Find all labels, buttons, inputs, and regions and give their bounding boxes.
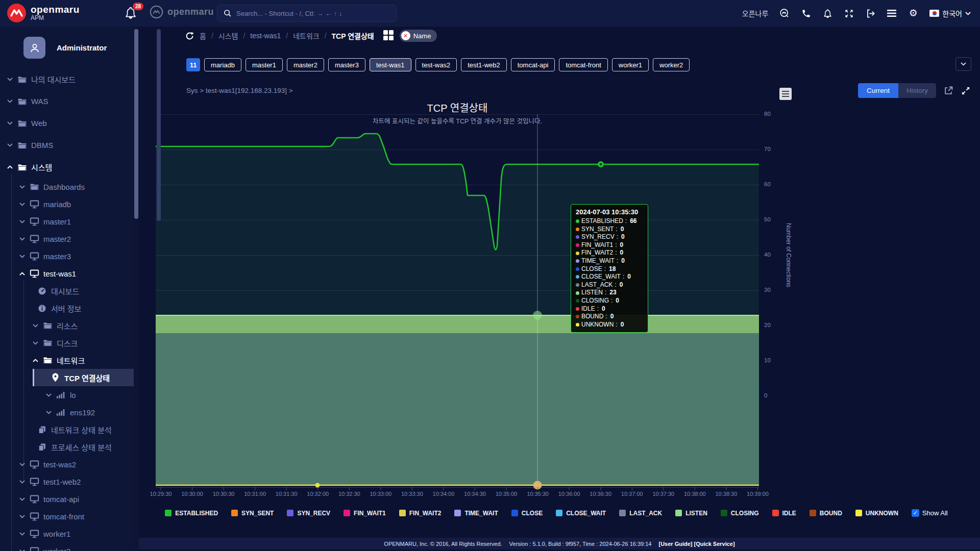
sidebar-item-DBMS[interactable]: DBMS xyxy=(0,134,134,156)
sidebar-item-label: worker1 xyxy=(43,530,70,538)
sidebar-item-Web[interactable]: Web xyxy=(0,112,134,134)
sidebar-item-lo[interactable]: lo xyxy=(0,386,134,404)
breadcrumb-link[interactable]: test-was1 xyxy=(250,32,281,40)
menu-icon[interactable] xyxy=(887,8,897,18)
settings-gear-icon[interactable]: ⚙ xyxy=(908,8,918,18)
chevron-down-icon xyxy=(7,99,13,103)
search-input[interactable] xyxy=(236,10,384,17)
sidebar-item-mariadb[interactable]: mariadb xyxy=(0,195,134,213)
refresh-icon[interactable] xyxy=(185,31,194,41)
x-axis-tick-label: 10:32:30 xyxy=(331,491,367,497)
sidebar-item-master3[interactable]: master3 xyxy=(0,247,134,265)
filter-name-pill[interactable]: ✕ Name xyxy=(400,30,437,42)
breadcrumb: 홈/시스템/test-was1/네트워크/TCP 연결상태 ✕ Name xyxy=(185,30,437,42)
server-tag-tomcat-api[interactable]: tomcat-api xyxy=(511,58,555,71)
phone-icon[interactable] xyxy=(801,8,811,18)
sidebar-item-나의-대시보드[interactable]: 나의 대시보드 xyxy=(0,68,134,90)
server-tag-worker2[interactable]: worker2 xyxy=(653,58,690,71)
sidebar-item-서버-정보[interactable]: 서버 정보 xyxy=(0,299,134,317)
chart-tooltip: 2024-07-03 10:35:30 ESTABLISHED:66 SYN_S… xyxy=(571,204,648,333)
server-tag-worker1[interactable]: worker1 xyxy=(612,58,649,71)
sidebar-item-worker1[interactable]: worker1 xyxy=(0,525,134,542)
legend-swatch-icon xyxy=(619,510,626,516)
sidebar-item-대시보드[interactable]: 대시보드 xyxy=(0,282,134,299)
folder-icon xyxy=(17,141,27,149)
legend-item-CLOSE[interactable]: CLOSE xyxy=(511,510,543,517)
server-tag-master2[interactable]: master2 xyxy=(287,58,324,71)
user-display-name[interactable]: 오픈나루 xyxy=(742,8,769,18)
sidebar-item-프로세스-상태-분석[interactable]: 프로세스 상태 분석 xyxy=(0,438,134,456)
notification-bell[interactable]: 28 xyxy=(124,6,139,21)
sidebar-item-ens192[interactable]: ens192 xyxy=(0,404,134,421)
language-selector[interactable]: 한국어 xyxy=(929,8,971,18)
legend-item-TIME_WAIT[interactable]: TIME_WAIT xyxy=(454,510,498,517)
sidebar-item-tomcat-front[interactable]: tomcat-front xyxy=(0,508,134,525)
global-search[interactable] xyxy=(217,5,397,22)
breadcrumb-link[interactable]: 시스템 xyxy=(218,31,238,41)
sidebar-item-tomcat-api[interactable]: tomcat-api xyxy=(0,490,134,508)
tcp-chart-plot[interactable] xyxy=(156,114,759,492)
breadcrumb-link[interactable]: 홈 xyxy=(200,31,206,41)
checkbox-checked-icon[interactable]: ✓ xyxy=(912,509,919,517)
sidebar-item-Dashboards[interactable]: Dashboards xyxy=(0,178,134,195)
legend-item-LAST_ACK[interactable]: LAST_ACK xyxy=(619,510,662,517)
chevron-up-icon xyxy=(7,165,13,169)
sidebar-item-master1[interactable]: master1 xyxy=(0,213,134,230)
sidebar: Administrator 나의 대시보드WASWebDBMS시스템Dashbo… xyxy=(0,27,134,551)
server-tag-tomcat-front[interactable]: tomcat-front xyxy=(559,58,607,71)
alerts-bell-icon[interactable] xyxy=(822,8,832,18)
server-tag-test1-web2[interactable]: test1-web2 xyxy=(461,58,507,71)
breadcrumb-link[interactable]: 네트워크 xyxy=(293,31,320,41)
server-tag-master3[interactable]: master3 xyxy=(328,58,365,71)
sidebar-item-test-was2[interactable]: test-was2 xyxy=(0,456,134,473)
sidebar-item-시스템[interactable]: 시스템 xyxy=(0,156,134,178)
sidebar-item-master2[interactable]: master2 xyxy=(0,230,134,247)
footer-links[interactable]: [User Guide] [Quick Service] xyxy=(658,541,734,547)
app-logo[interactable]: openmaru APM xyxy=(7,4,80,22)
show-all-toggle[interactable]: ✓ Show All xyxy=(912,509,948,517)
sidebar-item-WAS[interactable]: WAS xyxy=(0,90,134,112)
server-tag-master1[interactable]: master1 xyxy=(246,58,283,71)
content-scrollbar-thumb[interactable] xyxy=(157,29,161,221)
grid-view-icon[interactable] xyxy=(383,30,395,41)
legend-item-BOUND[interactable]: BOUND xyxy=(810,510,842,517)
sidebar-item-worker2[interactable]: worker2 xyxy=(0,542,134,551)
sidebar-item-디스크[interactable]: 디스크 xyxy=(0,334,134,352)
chart-title: TCP 연결상태 xyxy=(156,100,759,115)
sidebar-item-test1-web2[interactable]: test1-web2 xyxy=(0,473,134,490)
legend-item-IDLE[interactable]: IDLE xyxy=(772,510,796,517)
fullscreen-icon[interactable] xyxy=(844,8,854,18)
legend-item-CLOSING[interactable]: CLOSING xyxy=(721,510,759,517)
listen-band xyxy=(156,315,759,333)
legend-item-SYN_SENT[interactable]: SYN_SENT xyxy=(231,510,274,517)
legend-item-UNKNOWN[interactable]: UNKNOWN xyxy=(855,510,898,517)
server-tag-test-was1[interactable]: test-was1 xyxy=(370,58,411,71)
server-tag-test-was2[interactable]: test-was2 xyxy=(415,58,457,71)
legend-item-CLOSE_WAIT[interactable]: CLOSE_WAIT xyxy=(556,510,606,517)
monitor-icon xyxy=(29,235,39,243)
current-button[interactable]: Current xyxy=(858,83,898,98)
remove-filter-icon[interactable]: ✕ xyxy=(401,31,410,40)
apm-monitor-icon[interactable] xyxy=(779,8,790,18)
history-button[interactable]: History xyxy=(898,83,936,98)
sidebar-user[interactable]: Administrator xyxy=(23,37,107,59)
open-external-icon[interactable] xyxy=(943,86,953,96)
logout-icon[interactable] xyxy=(865,8,875,18)
tags-dropdown-button[interactable] xyxy=(955,57,971,71)
sidebar-item-TCP-연결상태[interactable]: TCP 연결상태 xyxy=(33,369,134,386)
sidebar-item-네트워크-상태-분석[interactable]: 네트워크 상태 분석 xyxy=(0,421,134,438)
legend-item-FIN_WAIT1[interactable]: FIN_WAIT1 xyxy=(344,510,386,517)
server-tag-mariadb[interactable]: mariadb xyxy=(204,58,241,71)
expand-diagonal-icon[interactable] xyxy=(961,86,971,96)
legend-item-ESTABLISHED[interactable]: ESTABLISHED xyxy=(165,510,218,517)
chart-context-menu-button[interactable] xyxy=(779,88,792,100)
legend-item-FIN_WAIT2[interactable]: FIN_WAIT2 xyxy=(399,510,442,517)
legend-item-LISTEN[interactable]: LISTEN xyxy=(675,510,707,517)
sidebar-scrollbar[interactable] xyxy=(134,27,139,551)
chevron-down-icon xyxy=(19,480,25,484)
sidebar-item-test-was1[interactable]: test-was1 xyxy=(0,265,134,282)
sidebar-item-네트워크[interactable]: 네트워크 xyxy=(0,352,134,369)
sidebar-scrollbar-thumb[interactable] xyxy=(134,29,138,219)
sidebar-item-리소스[interactable]: 리소스 xyxy=(0,317,134,334)
legend-item-SYN_RECV[interactable]: SYN_RECV xyxy=(287,510,330,517)
